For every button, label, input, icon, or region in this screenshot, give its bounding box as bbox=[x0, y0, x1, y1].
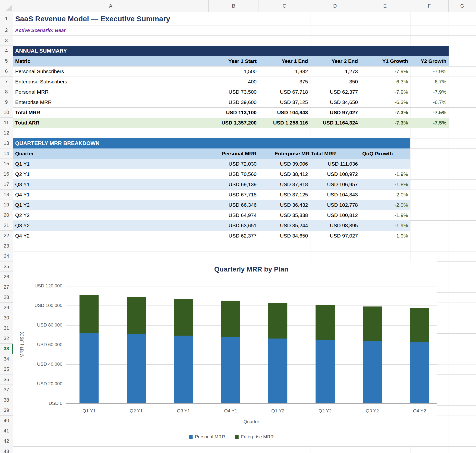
bar-enterprise-mrr-q4y1[interactable] bbox=[221, 301, 240, 337]
row-header-20[interactable]: 20 bbox=[0, 210, 13, 220]
cell-a10[interactable]: Total MRR bbox=[13, 107, 209, 118]
column-header-a[interactable]: A bbox=[13, 0, 209, 12]
cell-d8[interactable]: USD 62,377 bbox=[310, 87, 360, 97]
cell-c8[interactable]: USD 67,718 bbox=[259, 87, 310, 97]
row-header-39[interactable]: 39 bbox=[0, 405, 13, 416]
cell-f7[interactable]: -6.7% bbox=[410, 77, 449, 87]
row-header-16[interactable]: 16 bbox=[0, 169, 13, 179]
row-header-30[interactable]: 30 bbox=[0, 313, 13, 323]
cell-b20[interactable]: USD 64,974 bbox=[209, 210, 259, 220]
bar-personal-mrr-q1y1[interactable] bbox=[79, 333, 99, 403]
cell-c22[interactable]: USD 34,650 bbox=[259, 231, 310, 241]
bar-personal-mrr-q3y2[interactable] bbox=[363, 341, 382, 403]
row-header-12[interactable]: 12 bbox=[0, 128, 13, 138]
row-header-35[interactable]: 35 bbox=[0, 364, 13, 374]
row-header-25[interactable]: 25 bbox=[0, 261, 13, 272]
cell-e6[interactable]: -7.9% bbox=[360, 66, 410, 77]
row-header-2[interactable]: 2 bbox=[0, 25, 13, 35]
cell-e18[interactable]: -2.0% bbox=[360, 190, 410, 200]
row-header-36[interactable]: 36 bbox=[0, 374, 13, 385]
sheet-grid[interactable]: SaaS Revenue Model — Executive Summary A… bbox=[13, 12, 476, 453]
bar-enterprise-mrr-q3y1[interactable] bbox=[174, 299, 193, 336]
cell-f10[interactable]: -7.5% bbox=[410, 107, 449, 118]
cell-b17[interactable]: USD 69,139 bbox=[209, 179, 259, 190]
cell-d10[interactable]: USD 97,027 bbox=[310, 107, 360, 118]
row-header-29[interactable]: 29 bbox=[0, 303, 13, 313]
cell-a6[interactable]: Personal Subscribers bbox=[13, 66, 209, 77]
cell-a18[interactable]: Q4 Y1 bbox=[13, 190, 209, 200]
row-header-27[interactable]: 27 bbox=[0, 282, 13, 292]
column-header-c[interactable]: C bbox=[259, 0, 310, 12]
row-header-42[interactable]: 42 bbox=[0, 436, 13, 446]
cell-d19[interactable]: USD 102,778 bbox=[310, 200, 360, 210]
cell-e21[interactable]: -1.9% bbox=[360, 220, 410, 231]
row-header-21[interactable]: 21 bbox=[0, 220, 13, 231]
cell-d22[interactable]: USD 97,027 bbox=[310, 231, 360, 241]
cell-a17[interactable]: Q3 Y1 bbox=[13, 179, 209, 190]
row-header-13[interactable]: 13 bbox=[0, 138, 13, 148]
row-header-14[interactable]: 14 bbox=[0, 148, 13, 159]
cell-a15[interactable]: Q1 Y1 bbox=[13, 159, 209, 169]
row-header-33[interactable]: 33 bbox=[0, 344, 13, 354]
cell-e17[interactable]: -1.8% bbox=[360, 179, 410, 190]
cell-a21[interactable]: Q3 Y2 bbox=[13, 220, 209, 231]
cell-a16[interactable]: Q2 Y1 bbox=[13, 169, 209, 179]
cell-d17[interactable]: USD 106,957 bbox=[310, 179, 360, 190]
cell-d16[interactable]: USD 108,972 bbox=[310, 169, 360, 179]
cell-e8[interactable]: -7.9% bbox=[360, 87, 410, 97]
bar-personal-mrr-q1y2[interactable] bbox=[268, 339, 287, 403]
cell-c21[interactable]: USD 35,244 bbox=[259, 220, 310, 231]
cell-a9[interactable]: Enterprise MRR bbox=[13, 97, 209, 107]
row-header-22[interactable]: 22 bbox=[0, 231, 13, 241]
row-header-1[interactable]: 1 bbox=[0, 12, 13, 25]
cell-e9[interactable]: -6.3% bbox=[360, 97, 410, 107]
cell-a11[interactable]: Total ARR bbox=[13, 118, 209, 128]
cell-a19[interactable]: Q1 Y2 bbox=[13, 200, 209, 210]
cell-d21[interactable]: USD 98,895 bbox=[310, 220, 360, 231]
cell-d18[interactable]: USD 104,843 bbox=[310, 190, 360, 200]
cell-c11[interactable]: USD 1,258,116 bbox=[259, 118, 310, 128]
row-header-40[interactable]: 40 bbox=[0, 416, 13, 426]
bar-personal-mrr-q3y1[interactable] bbox=[174, 336, 193, 403]
cell-f11[interactable]: -7.5% bbox=[410, 118, 449, 128]
cell-b18[interactable]: USD 67,718 bbox=[209, 190, 259, 200]
row-header-34[interactable]: 34 bbox=[0, 354, 13, 364]
row-header-4[interactable]: 4 bbox=[0, 46, 13, 56]
bar-personal-mrr-q2y2[interactable] bbox=[316, 340, 335, 403]
cell-b9[interactable]: USD 39,600 bbox=[209, 97, 259, 107]
cell-a20[interactable]: Q2 Y2 bbox=[13, 210, 209, 220]
cell-c16[interactable]: USD 38,412 bbox=[259, 169, 310, 179]
cell-d11[interactable]: USD 1,164,324 bbox=[310, 118, 360, 128]
cell-c7[interactable]: 375 bbox=[259, 77, 310, 87]
row-header-19[interactable]: 19 bbox=[0, 200, 13, 210]
row-header-37[interactable]: 37 bbox=[0, 385, 13, 395]
column-header-d[interactable]: D bbox=[310, 0, 360, 12]
cell-b6[interactable]: 1,500 bbox=[209, 66, 259, 77]
row-header-10[interactable]: 10 bbox=[0, 107, 13, 118]
row-header-23[interactable]: 23 bbox=[0, 241, 13, 251]
cell-a22[interactable]: Q4 Y2 bbox=[13, 231, 209, 241]
row-header-11[interactable]: 11 bbox=[0, 118, 13, 128]
select-all-corner[interactable] bbox=[0, 0, 13, 12]
cell-e19[interactable]: -2.0% bbox=[360, 200, 410, 210]
row-header-26[interactable]: 26 bbox=[0, 272, 13, 282]
cell-e7[interactable]: -6.3% bbox=[360, 77, 410, 87]
bar-personal-mrr-q4y1[interactable] bbox=[221, 337, 240, 403]
cell-f9[interactable]: -6.7% bbox=[410, 97, 449, 107]
column-header-b[interactable]: B bbox=[209, 0, 259, 12]
column-header-f[interactable]: F bbox=[410, 0, 449, 12]
row-header-15[interactable]: 15 bbox=[0, 159, 13, 169]
cell-e20[interactable]: -1.9% bbox=[360, 210, 410, 220]
quarterly-mrr-chart[interactable]: Quarterly MRR by Plan MRR (USD) Quarter … bbox=[13, 261, 437, 446]
cell-b19[interactable]: USD 66,346 bbox=[209, 200, 259, 210]
row-header-6[interactable]: 6 bbox=[0, 66, 13, 77]
cell-b16[interactable]: USD 70,560 bbox=[209, 169, 259, 179]
bar-enterprise-mrr-q1y2[interactable] bbox=[268, 303, 287, 339]
bar-personal-mrr-q2y1[interactable] bbox=[127, 334, 146, 403]
cell-c17[interactable]: USD 37,818 bbox=[259, 179, 310, 190]
cell-b7[interactable]: 400 bbox=[209, 77, 259, 87]
row-header-24[interactable]: 24 bbox=[0, 251, 13, 261]
row-header-5[interactable]: 5 bbox=[0, 56, 13, 66]
row-header-18[interactable]: 18 bbox=[0, 190, 13, 200]
cell-b22[interactable]: USD 62,377 bbox=[209, 231, 259, 241]
